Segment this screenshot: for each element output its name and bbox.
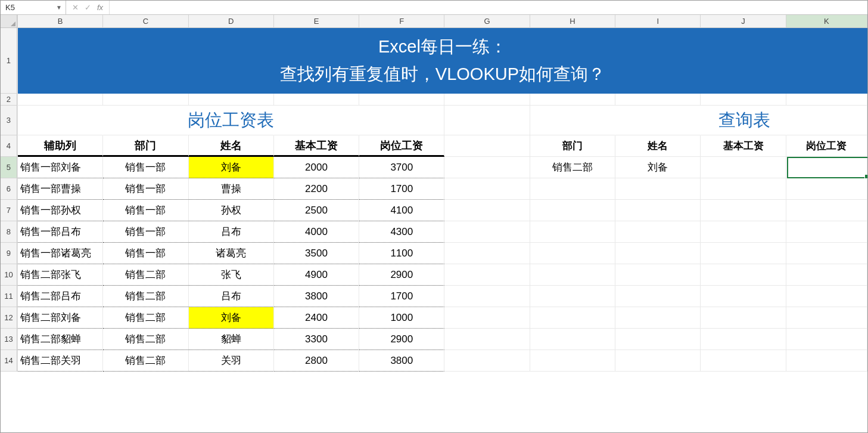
- query-h-base[interactable]: 基本工资: [701, 135, 786, 157]
- salary-pos[interactable]: 1000: [359, 307, 444, 329]
- salary-pos[interactable]: 1700: [359, 178, 444, 200]
- salary-h-base[interactable]: 基本工资: [274, 135, 359, 157]
- salary-pos[interactable]: 3700: [359, 157, 444, 178]
- salary-h-dept[interactable]: 部门: [103, 135, 188, 157]
- salary-dept[interactable]: 销售二部: [103, 350, 188, 372]
- salary-dept[interactable]: 销售一部: [103, 221, 188, 243]
- salary-name[interactable]: 张飞: [189, 264, 274, 286]
- salary-name[interactable]: 刘备: [189, 157, 274, 178]
- query-title[interactable]: 查询表: [701, 106, 786, 135]
- row-header-3[interactable]: 3: [1, 106, 17, 135]
- col-header-D[interactable]: D: [189, 15, 274, 28]
- query-h-pos[interactable]: 岗位工资: [786, 135, 867, 157]
- row-header-14[interactable]: 14: [1, 350, 17, 372]
- name-box-input[interactable]: [4, 2, 46, 13]
- row-header-6[interactable]: 6: [1, 178, 17, 200]
- name-box[interactable]: ▼: [1, 1, 66, 14]
- fx-icon[interactable]: fx: [97, 3, 103, 12]
- salary-h-name[interactable]: 姓名: [189, 135, 274, 157]
- salary-aux[interactable]: 销售二部刘备: [18, 307, 103, 329]
- salary-base[interactable]: 2000: [274, 157, 359, 178]
- query-h-dept[interactable]: 部门: [530, 135, 615, 157]
- salary-dept[interactable]: 销售一部: [103, 157, 188, 178]
- salary-title[interactable]: 岗位工资表: [188, 106, 273, 135]
- salary-base[interactable]: 4900: [274, 264, 359, 286]
- query-pos[interactable]: [786, 157, 867, 178]
- row-header-4[interactable]: 4: [1, 135, 17, 157]
- col-header-F[interactable]: F: [359, 15, 444, 28]
- query-h-name[interactable]: 姓名: [615, 135, 701, 157]
- col-header-H[interactable]: H: [530, 15, 615, 28]
- salary-aux[interactable]: 销售二部张飞: [18, 264, 103, 286]
- col-header-B[interactable]: B: [18, 15, 103, 28]
- salary-dept[interactable]: 销售一部: [103, 200, 188, 221]
- salary-dept[interactable]: 销售二部: [103, 286, 188, 307]
- salary-dept[interactable]: 销售二部: [103, 307, 188, 329]
- salary-pos[interactable]: 1700: [359, 286, 444, 307]
- banner-cell[interactable]: Excel每日一练： 查找列有重复值时，VLOOKUP如何查询？: [18, 28, 867, 94]
- row-header-2[interactable]: 2: [1, 94, 17, 106]
- salary-dept[interactable]: 销售二部: [103, 329, 188, 350]
- salary-pos[interactable]: 1100: [359, 243, 444, 264]
- salary-pos[interactable]: 4100: [359, 200, 444, 221]
- query-name[interactable]: 刘备: [615, 157, 701, 178]
- salary-base[interactable]: 2800: [274, 350, 359, 372]
- row-header-8[interactable]: 8: [1, 221, 17, 243]
- salary-name[interactable]: 吕布: [189, 221, 274, 243]
- banner-line2: 查找列有重复值时，VLOOKUP如何查询？: [280, 63, 605, 86]
- salary-base[interactable]: 2500: [274, 200, 359, 221]
- salary-name[interactable]: 曹操: [189, 178, 274, 200]
- salary-aux[interactable]: 销售二部关羽: [18, 350, 103, 372]
- row-header-12[interactable]: 12: [1, 307, 17, 329]
- row-header-11[interactable]: 11: [1, 286, 17, 307]
- col-header-E[interactable]: E: [274, 15, 359, 28]
- col-header-I[interactable]: I: [615, 15, 701, 28]
- col-header-G[interactable]: G: [444, 15, 530, 28]
- enter-icon[interactable]: ✓: [85, 3, 91, 12]
- salary-aux[interactable]: 销售二部吕布: [18, 286, 103, 307]
- salary-name[interactable]: 诸葛亮: [189, 243, 274, 264]
- salary-pos[interactable]: 2900: [359, 329, 444, 350]
- salary-aux[interactable]: 销售一部吕布: [18, 221, 103, 243]
- col-header-J[interactable]: J: [701, 15, 786, 28]
- salary-name[interactable]: 貂蝉: [189, 329, 274, 350]
- salary-name[interactable]: 关羽: [189, 350, 274, 372]
- salary-base[interactable]: 2200: [274, 178, 359, 200]
- row-header-9[interactable]: 9: [1, 243, 17, 264]
- salary-base[interactable]: 3300: [274, 329, 359, 350]
- salary-pos[interactable]: 3800: [359, 350, 444, 372]
- row-header-1[interactable]: 1: [1, 28, 17, 94]
- salary-name[interactable]: 吕布: [189, 286, 274, 307]
- query-base[interactable]: [701, 157, 786, 178]
- col-header-C[interactable]: C: [103, 15, 188, 28]
- salary-aux[interactable]: 销售二部貂蝉: [18, 329, 103, 350]
- salary-aux[interactable]: 销售一部诸葛亮: [18, 243, 103, 264]
- row-header-10[interactable]: 10: [1, 264, 17, 286]
- salary-name[interactable]: 刘备: [189, 307, 274, 329]
- query-dept[interactable]: 销售二部: [530, 157, 615, 178]
- col-header-K[interactable]: K: [786, 15, 867, 28]
- salary-base[interactable]: 4000: [274, 221, 359, 243]
- cancel-icon[interactable]: ✕: [72, 3, 79, 12]
- salary-h-aux[interactable]: 辅助列: [18, 135, 103, 157]
- chevron-down-icon[interactable]: ▼: [56, 4, 62, 11]
- formula-input[interactable]: [114, 2, 863, 13]
- column-headers: B C D E F G H I J K: [1, 15, 867, 28]
- salary-base[interactable]: 3500: [274, 243, 359, 264]
- salary-aux[interactable]: 销售一部刘备: [18, 157, 103, 178]
- salary-h-pos[interactable]: 岗位工资: [359, 135, 444, 157]
- salary-aux[interactable]: 销售一部孙权: [18, 200, 103, 221]
- salary-base[interactable]: 2400: [274, 307, 359, 329]
- salary-dept[interactable]: 销售二部: [103, 264, 188, 286]
- salary-name[interactable]: 孙权: [189, 200, 274, 221]
- salary-dept[interactable]: 销售一部: [103, 178, 188, 200]
- salary-base[interactable]: 3800: [274, 286, 359, 307]
- salary-dept[interactable]: 销售一部: [103, 243, 188, 264]
- salary-pos[interactable]: 2900: [359, 264, 444, 286]
- row-header-7[interactable]: 7: [1, 200, 17, 221]
- select-all-corner[interactable]: [1, 15, 17, 28]
- row-header-5[interactable]: 5: [1, 157, 17, 178]
- salary-pos[interactable]: 4300: [359, 221, 444, 243]
- row-header-13[interactable]: 13: [1, 329, 17, 350]
- salary-aux[interactable]: 销售一部曹操: [18, 178, 103, 200]
